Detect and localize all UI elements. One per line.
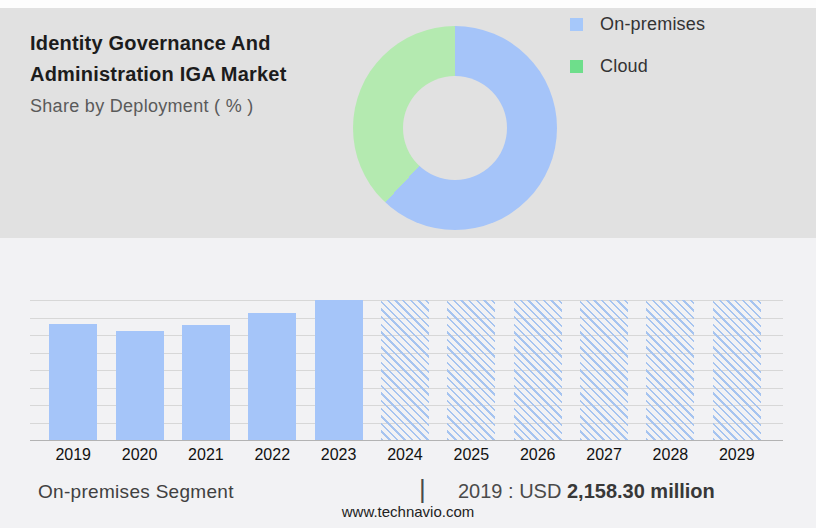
- year-label-2028: 2028: [637, 446, 703, 464]
- year-label-2025: 2025: [438, 446, 504, 464]
- website-url: www.technavio.com: [0, 503, 816, 520]
- forecast-bar-2027: [580, 300, 628, 440]
- donut-chart: [353, 26, 557, 230]
- page-subtitle: Share by Deployment ( % ): [30, 96, 287, 117]
- legend-label: On-premises: [600, 14, 705, 35]
- value-prefix: 2019 : USD: [458, 480, 567, 502]
- x-axis-baseline: [30, 440, 783, 441]
- forecast-bar-2028: [646, 300, 694, 440]
- bar-2019: [49, 324, 97, 440]
- legend: On-premises Cloud: [570, 14, 705, 98]
- year-label-2029: 2029: [704, 446, 770, 464]
- bar-slot-2023: 2023: [305, 300, 371, 440]
- year-label-2024: 2024: [372, 446, 438, 464]
- segment-label: On-premises Segment: [38, 481, 234, 503]
- market-value-2019: 2019 : USD 2,158.30 million: [458, 480, 715, 503]
- bar-slot-2019: 2019: [40, 300, 106, 440]
- bar-slot-2027: 2027: [571, 300, 637, 440]
- forecast-bar-2025: [447, 300, 495, 440]
- page-title-line1: Identity Governance And: [30, 28, 287, 59]
- year-label-2027: 2027: [571, 446, 637, 464]
- bar-2022: [248, 313, 296, 440]
- forecast-bar-2026: [514, 300, 562, 440]
- legend-swatch-on-premises: [570, 18, 583, 31]
- bar-slot-2026: 2026: [505, 300, 571, 440]
- bar-slot-2028: 2028: [637, 300, 703, 440]
- forecast-bar-2029: [713, 300, 761, 440]
- year-label-2023: 2023: [305, 446, 371, 464]
- page-title-line2: Administration IGA Market: [30, 59, 287, 90]
- value-amount: 2,158.30 million: [567, 480, 715, 502]
- bar-chart-section: 2019202020212022202320242025202620272028…: [0, 238, 816, 528]
- bar-slot-2020: 2020: [106, 300, 172, 440]
- year-label-2022: 2022: [239, 446, 305, 464]
- forecast-bar-2024: [381, 300, 429, 440]
- bar-2020: [116, 331, 164, 440]
- bar-plot: 2019202020212022202320242025202620272028…: [30, 300, 783, 440]
- bar-slot-2024: 2024: [372, 300, 438, 440]
- legend-swatch-cloud: [570, 60, 583, 73]
- hero-section: Identity Governance And Administration I…: [0, 8, 816, 238]
- legend-label: Cloud: [600, 56, 648, 77]
- legend-item-cloud: Cloud: [570, 56, 705, 76]
- legend-item-on-premises: On-premises: [570, 14, 705, 34]
- title-block: Identity Governance And Administration I…: [30, 28, 287, 117]
- bar-slot-2022: 2022: [239, 300, 305, 440]
- year-label-2026: 2026: [505, 446, 571, 464]
- separator-bar: |: [419, 474, 426, 505]
- bar-slot-2021: 2021: [173, 300, 239, 440]
- bars-row: 2019202020212022202320242025202620272028…: [40, 300, 770, 440]
- bar-2023: [315, 300, 363, 440]
- bar-slot-2029: 2029: [704, 300, 770, 440]
- year-label-2020: 2020: [106, 446, 172, 464]
- infographic-page: Identity Governance And Administration I…: [0, 0, 816, 528]
- bar-2021: [182, 325, 230, 440]
- donut-hole: [403, 76, 507, 180]
- top-margin-strip: [0, 0, 816, 8]
- bar-slot-2025: 2025: [438, 300, 504, 440]
- year-label-2021: 2021: [173, 446, 239, 464]
- year-label-2019: 2019: [40, 446, 106, 464]
